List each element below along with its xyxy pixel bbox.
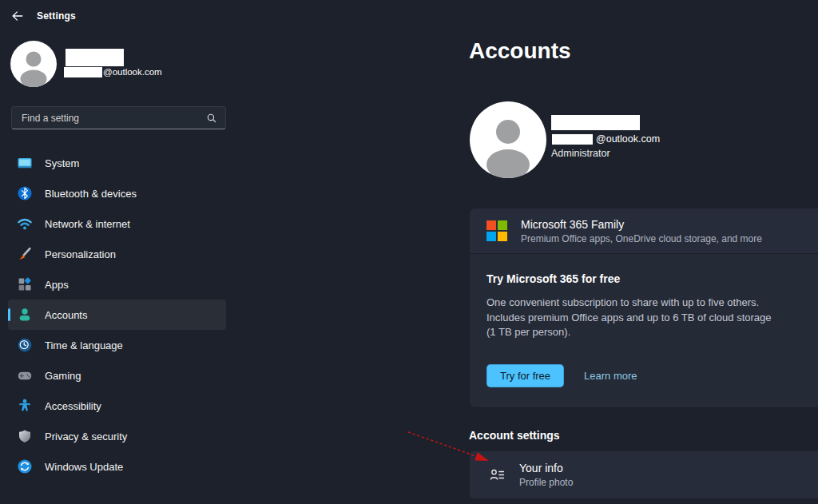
privacy-security-icon (17, 428, 33, 444)
ms-logo-square-green (498, 220, 507, 230)
redacted-user-name (66, 49, 124, 66)
profile-avatar (470, 101, 546, 178)
accessibility-icon (17, 398, 33, 414)
user-email-domain: @outlook.com (103, 67, 162, 77)
sidebar-item-label: Gaming (45, 370, 81, 382)
time-language-icon (17, 337, 33, 353)
ms-logo-square-yellow (498, 232, 507, 241)
sidebar-item-label: Time & language (45, 339, 123, 351)
your-info-icon (489, 466, 506, 483)
ms-logo-square-red (486, 220, 496, 230)
search-icon (206, 113, 217, 124)
sidebar-item-network-internet[interactable]: Network & internet (8, 208, 226, 239)
redacted-profile-email-prefix (552, 134, 593, 145)
m365-card-subtitle: Premium Office apps, OneDrive cloud stor… (521, 233, 762, 244)
learn-more-link[interactable]: Learn more (584, 370, 637, 382)
sidebar-item-label: Accessibility (45, 400, 101, 412)
sidebar-item-label: Windows Update (45, 461, 123, 473)
search-input[interactable] (22, 113, 206, 124)
sidebar-item-label: Bluetooth & devices (45, 188, 137, 200)
sidebar-item-label: Privacy & security (45, 431, 127, 442)
your-info-title: Your info (519, 462, 573, 474)
user-avatar[interactable] (10, 41, 57, 87)
microsoft-365-card-header: Microsoft 365 Family Premium Office apps… (470, 208, 818, 254)
sidebar-item-bluetooth-devices[interactable]: Bluetooth & devices (8, 178, 226, 208)
profile-role: Administrator (551, 148, 610, 159)
sidebar-item-time-language[interactable]: Time & language (8, 330, 226, 360)
microsoft-logo (486, 220, 507, 241)
sidebar-item-personalization[interactable]: Personalization (8, 239, 226, 269)
sidebar-item-label: Apps (45, 279, 69, 291)
sidebar-item-windows-update[interactable]: Windows Update (8, 451, 226, 482)
sidebar-item-gaming[interactable]: Gaming (8, 360, 226, 391)
sidebar-item-label: Network & internet (45, 218, 130, 230)
m365-card-body: Try Microsoft 365 for free One convenien… (470, 254, 818, 407)
windows-update-icon (17, 458, 33, 474)
microsoft-365-card: Microsoft 365 Family Premium Office apps… (469, 208, 818, 408)
your-info-subtitle: Profile photo (519, 477, 573, 488)
sidebar-item-apps[interactable]: Apps (8, 269, 226, 300)
settings-nav: System Bluetooth & devices Network & int… (8, 148, 226, 482)
m365-promo-description: One convenient subscription to share wit… (486, 296, 772, 340)
redacted-email-prefix (64, 67, 102, 77)
m365-card-title: Microsoft 365 Family (521, 218, 762, 231)
sidebar-item-label: Accounts (45, 309, 87, 321)
account-settings-header: Account settings (469, 429, 560, 442)
back-arrow-icon (10, 9, 25, 23)
sidebar-item-label: System (45, 157, 79, 169)
window-title: Settings (37, 10, 76, 22)
system-icon (17, 155, 33, 171)
personalization-icon (17, 246, 33, 262)
sidebar-item-label: Personalization (45, 248, 116, 260)
sidebar-item-accessibility[interactable]: Accessibility (8, 391, 226, 421)
page-title: Accounts (469, 38, 571, 64)
gaming-icon (17, 367, 33, 383)
network-icon (17, 216, 33, 232)
sidebar-item-accounts[interactable]: Accounts (8, 300, 226, 330)
search-box[interactable] (11, 106, 226, 129)
sidebar-item-system[interactable]: System (8, 148, 226, 178)
apps-icon (17, 276, 33, 292)
profile-email-domain: @outlook.com (596, 133, 660, 145)
back-button[interactable] (9, 7, 26, 25)
accounts-icon (17, 307, 33, 323)
selected-indicator (8, 308, 10, 321)
m365-promo-title: Try Microsoft 365 for free (486, 272, 812, 285)
your-info-row[interactable]: Your info Profile photo (469, 450, 818, 499)
ms-logo-square-blue (486, 232, 496, 241)
redacted-profile-name (551, 115, 640, 130)
sidebar-item-privacy-security[interactable]: Privacy & security (8, 421, 226, 451)
try-for-free-button[interactable]: Try for free (486, 364, 564, 387)
bluetooth-icon (17, 185, 33, 201)
